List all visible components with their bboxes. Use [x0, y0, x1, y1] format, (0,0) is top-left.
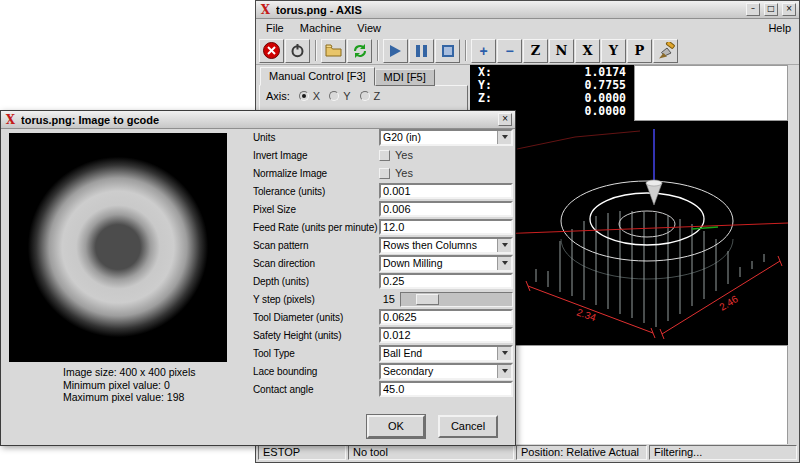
gcode-listing-panel[interactable] [470, 345, 788, 445]
field-label: Contact angle [253, 384, 379, 395]
tab-manual-control[interactable]: Manual Control [F3] [260, 67, 375, 86]
close-button[interactable]: × [782, 3, 796, 16]
combo-value: Ball End [381, 347, 497, 360]
menubar: File Machine View Help [256, 19, 799, 37]
axis-radio-label: Z [374, 90, 381, 102]
image-info: Image size: 400 x 400 pixels Minimum pix… [63, 366, 196, 404]
dialog-title: torus.png: Image to gcode [21, 114, 494, 126]
view-front-button[interactable]: X [575, 39, 600, 63]
form-row-contact-angle: Contact angle [253, 380, 515, 398]
chevron-down-icon[interactable] [497, 347, 511, 360]
play-icon [390, 45, 401, 57]
normalize-image-checkbox[interactable]: Yes [379, 167, 513, 179]
view-top-icon: Z [531, 44, 541, 57]
chevron-down-icon[interactable] [497, 131, 511, 144]
y-step-slider[interactable] [400, 292, 513, 307]
toolbar-separator [377, 40, 379, 61]
view-rotated-top-button[interactable]: N [549, 39, 574, 63]
statusbar: ESTOP No tool Position: Relative Actual … [257, 444, 798, 461]
slider-thumb[interactable] [416, 294, 439, 305]
y-step-scale: 15 [379, 292, 513, 307]
tool-type-combo[interactable]: Ball End [379, 345, 513, 362]
reload-button[interactable] [347, 39, 372, 63]
estop-button[interactable] [259, 39, 284, 63]
axis-titlebar[interactable]: X torus.png - AXIS – □ × [256, 1, 799, 19]
axis-logo-icon: X [4, 114, 17, 126]
view-side-button[interactable]: Y [601, 39, 626, 63]
zoom-out-button[interactable]: − [497, 39, 522, 63]
scan-direction-combo[interactable]: Down Milling [379, 255, 513, 272]
scan-pattern-combo[interactable]: Rows then Columns [379, 237, 513, 254]
dro-axis-value: 0.0000 [504, 105, 626, 118]
form-row-invert: Invert Image Yes [253, 146, 515, 164]
view-perspective-button[interactable]: P [627, 39, 652, 63]
pause-icon [416, 45, 427, 57]
backplot-3d-view[interactable]: 2.34 2.46 [470, 121, 788, 345]
blank-panel [634, 65, 788, 121]
axis-radio-x[interactable]: X [299, 90, 320, 102]
run-button[interactable] [383, 39, 408, 63]
zoom-in-button[interactable]: + [471, 39, 496, 63]
field-label: Units [253, 132, 379, 143]
tolerance-input[interactable] [379, 183, 513, 199]
feed-rate-input[interactable] [379, 219, 513, 235]
stop-button[interactable] [435, 39, 460, 63]
chevron-down-icon[interactable] [497, 365, 511, 378]
menu-help[interactable]: Help [760, 21, 797, 35]
chevron-down-icon[interactable] [497, 239, 511, 252]
chevron-down-icon[interactable] [497, 257, 511, 270]
field-label: Tool Type [253, 348, 379, 359]
menu-machine[interactable]: Machine [292, 21, 350, 35]
tool-diameter-input[interactable] [379, 309, 513, 325]
menu-file[interactable]: File [258, 21, 292, 35]
axis-selector-row: Axis: X Y Z [266, 90, 461, 102]
depth-input[interactable] [379, 273, 513, 289]
toolbar-separator [465, 40, 467, 61]
field-label: Normalize Image [253, 168, 379, 179]
view-front-icon: X [582, 44, 592, 57]
lace-bounding-combo[interactable]: Secondary [379, 363, 513, 380]
menu-view[interactable]: View [349, 21, 389, 35]
combo-value: Down Milling [381, 257, 497, 270]
dialog-titlebar[interactable]: X torus.png: Image to gcode × [1, 111, 515, 129]
toolbar-separator [315, 40, 317, 61]
options-form: Units G20 (in) Invert Image Yes Normaliz… [253, 128, 515, 398]
tab-mdi[interactable]: MDI [F5] [375, 69, 435, 86]
form-row-feed-rate: Feed Rate (units per minute) [253, 218, 515, 236]
checkbox-indicator [379, 150, 390, 161]
maximize-button[interactable]: □ [764, 3, 778, 16]
invert-image-checkbox[interactable]: Yes [379, 149, 513, 161]
view-top-button[interactable]: Z [523, 39, 548, 63]
ok-button[interactable]: OK [367, 415, 425, 438]
contact-angle-input[interactable] [379, 381, 513, 397]
cancel-button[interactable]: Cancel [438, 415, 498, 438]
window-title: torus.png - AXIS [276, 4, 742, 16]
power-icon [290, 43, 305, 58]
radio-indicator [329, 91, 339, 101]
units-combo[interactable]: G20 (in) [379, 129, 513, 146]
form-row-tool-type: Tool Type Ball End [253, 344, 515, 362]
dro-axis-label: Z: [478, 92, 504, 105]
field-label: Scan pattern [253, 240, 379, 251]
open-file-button[interactable] [321, 39, 346, 63]
pixel-size-input[interactable] [379, 201, 513, 217]
screen: X torus.png - AXIS – □ × File Machine Vi… [0, 0, 800, 466]
form-row-safety-height: Safety Height (units) [253, 326, 515, 344]
machine-power-button[interactable] [285, 39, 310, 63]
safety-height-input[interactable] [379, 327, 513, 343]
clear-plot-button[interactable] [653, 39, 678, 63]
preview-pane: X:1.0174 Y:0.7755 Z:0.0000 0.0000 [470, 65, 798, 443]
minimize-button[interactable]: – [746, 3, 760, 16]
form-row-units: Units G20 (in) [253, 128, 515, 146]
axis-radio-y[interactable]: Y [329, 90, 350, 102]
axis-radio-z[interactable]: Z [360, 90, 381, 102]
field-label: Y step (pixels) [253, 294, 379, 305]
stop-icon [442, 45, 454, 57]
field-label: Invert Image [253, 150, 379, 161]
pause-button[interactable] [409, 39, 434, 63]
checkbox-indicator [379, 168, 390, 179]
field-label: Tool Diameter (units) [253, 312, 379, 323]
close-button[interactable]: × [498, 113, 512, 126]
status-tool: No tool [348, 445, 514, 460]
image-to-gcode-dialog: X torus.png: Image to gcode × Image size… [0, 110, 516, 446]
